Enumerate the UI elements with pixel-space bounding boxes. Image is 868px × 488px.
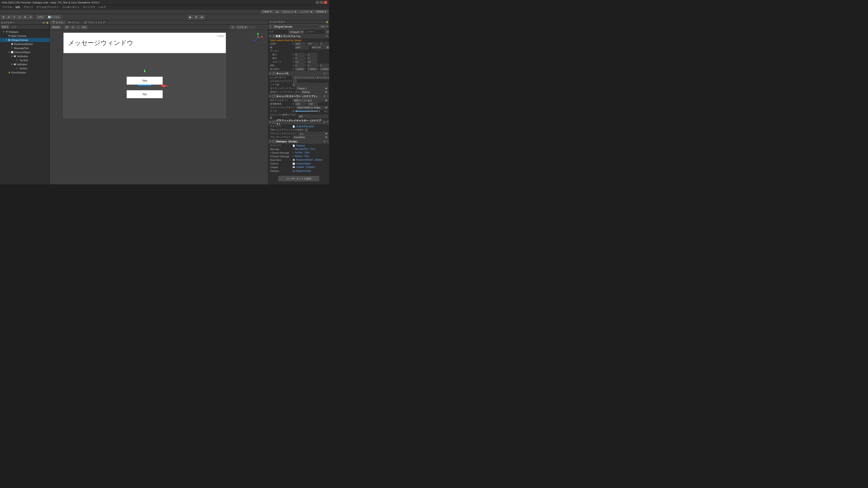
render-mode-select[interactable]: スクリーンスペース - オーバーレイ	[292, 76, 329, 79]
hierarchy-scroll-right[interactable]: ▶	[44, 22, 46, 24]
anchor-max-y[interactable]	[307, 57, 317, 60]
tab-scene[interactable]: 🎬 シーン	[50, 20, 66, 25]
layer-button[interactable]: レイヤー ▼	[299, 10, 314, 13]
anchor-min-y[interactable]	[307, 53, 317, 56]
dialogue-field-link[interactable]: 🖼 DilogueCanvas	[292, 170, 328, 172]
rot-x[interactable]	[295, 64, 305, 67]
width-field[interactable]	[295, 46, 309, 49]
pos-x-field[interactable]	[295, 42, 305, 45]
list-item[interactable]: ▼ ⬜ ChoicesObject	[0, 50, 50, 54]
collab-button[interactable]: Collab ▼	[261, 10, 274, 13]
read-more-link[interactable]: 🔲 ReadmoreButton（Button）	[292, 158, 328, 162]
close-button[interactable]: ✕	[324, 1, 327, 4]
hierarchy-lock[interactable]: 🔒	[46, 22, 49, 24]
canvas-scaler-menu[interactable]: ⚙	[323, 95, 326, 97]
graphic-raycaster-header[interactable]: ▼ ✓ グラフィックレイキャスター（スクリプト） ⚙ ?	[268, 120, 329, 125]
effects-button[interactable]: ⊕ 0	[81, 25, 87, 29]
scale-y[interactable]	[307, 68, 317, 71]
no-button[interactable]: No	[127, 90, 163, 98]
raycaster-menu[interactable]: ⚙	[323, 121, 326, 123]
menu-component[interactable]: コンポーネント	[61, 5, 81, 9]
tool-rect[interactable]: ⊠	[23, 15, 28, 20]
dialogue-checkbox[interactable]: ✓	[273, 140, 275, 143]
list-item[interactable]: 📷 Main Camera	[0, 34, 50, 38]
raycaster-help[interactable]: ?	[326, 121, 328, 123]
list-item[interactable]: T YesText	[0, 58, 50, 62]
canvas-scaler-checkbox[interactable]: ✓	[273, 95, 275, 98]
menu-file[interactable]: ファイル	[1, 5, 13, 9]
ref-x-field[interactable]	[295, 102, 305, 105]
ui-scale-select[interactable]: 画面サイズに拡大	[292, 99, 328, 102]
tool-scale[interactable]: ⊡	[17, 15, 22, 20]
screen-match-select[interactable]: Match Width Or Height	[296, 106, 328, 109]
audio-button[interactable]: ♪	[76, 25, 80, 29]
add-component-button[interactable]: コンポーネントを追加	[278, 176, 319, 181]
layer-select[interactable]: UI	[325, 30, 329, 34]
pos-y-field[interactable]	[307, 42, 317, 45]
menu-edit[interactable]: 編集	[14, 5, 22, 9]
list-item[interactable]: 🔲 ReadmoreButton	[0, 42, 50, 46]
layout-button[interactable]: Default ▼	[315, 10, 328, 13]
anchor-max-x[interactable]	[295, 57, 305, 60]
massage-link[interactable]: T MassageText（Text）	[292, 148, 328, 151]
anchor-btn[interactable]: ⊞	[326, 46, 329, 49]
blocking-mask-select[interactable]: Everything	[292, 135, 328, 139]
tool-hand[interactable]: ✥	[1, 15, 6, 20]
add-shader-select[interactable]: Nothing	[301, 90, 328, 94]
menu-gameobject[interactable]: ゲームオブジェクト	[35, 5, 60, 9]
rot-y[interactable]	[307, 64, 317, 67]
close-view-button[interactable]: ✕	[230, 25, 235, 29]
hierarchy-search-input[interactable]	[10, 26, 49, 29]
rect-transform-menu[interactable]: ⚙	[326, 35, 328, 37]
pos-z-field[interactable]	[320, 42, 329, 45]
sort-order-field[interactable]	[292, 83, 328, 86]
pixel-perfect-checkbox[interactable]	[293, 80, 296, 83]
pivot-y[interactable]	[307, 60, 317, 64]
center-button[interactable]: ⊙ 中心	[36, 15, 45, 20]
menu-window[interactable]: ウィンドウ	[81, 5, 96, 9]
static-label[interactable]: 静的 ▼	[321, 25, 328, 28]
canvas-scaler-header[interactable]: ▼ ✓ キャンバススケーラー（スクリプト） ⚙ ?	[268, 94, 329, 98]
menu-help[interactable]: ヘルプ	[97, 5, 107, 9]
scale-z[interactable]	[320, 68, 329, 71]
target-display-select[interactable]: Display 1	[296, 87, 328, 90]
list-item[interactable]: T NoText	[0, 66, 50, 70]
rect-transform-header[interactable]: ▼ ⊡ 矩形トランスフォーム ⚙	[268, 34, 329, 38]
scale-x[interactable]	[295, 68, 305, 71]
canvas-enable-checkbox[interactable]: ✓	[273, 72, 275, 75]
inspector-lock-icon[interactable]: 🔒	[326, 21, 328, 23]
menu-assets[interactable]: アセット	[22, 5, 35, 9]
dialogue-menu[interactable]: ⚙	[323, 140, 326, 142]
tag-select[interactable]: Untagged	[288, 30, 304, 34]
tool-move[interactable]: ⊕	[6, 15, 11, 20]
tab-asset-store[interactable]: 🛒 アセットストア	[82, 20, 108, 25]
match-slider[interactable]	[296, 111, 318, 111]
choices-link[interactable]: ⬜ ChoicesObject	[292, 162, 328, 165]
gizmos-dropdown[interactable]: キズモ ▼	[236, 25, 248, 29]
list-item[interactable]: ▼ 🔲 YesButton	[0, 54, 50, 58]
canvas-header[interactable]: ▼ ✓ キャンバス ⚙ ?	[268, 71, 329, 76]
step-button[interactable]: ⏭	[199, 15, 205, 20]
list-item[interactable]: ⚡ EventSystem	[0, 70, 50, 74]
ignore-reversed-checkbox[interactable]: ✓	[305, 129, 308, 131]
pivot-x[interactable]	[295, 60, 305, 64]
dialogue-header[interactable]: ▼ ✓ Dialogue（Script） ⚙ ?	[268, 139, 329, 144]
shaded-dropdown[interactable]: Shaded	[51, 25, 61, 29]
dialogue-help[interactable]: ?	[326, 140, 328, 142]
pause-button[interactable]: ⏸	[193, 15, 199, 20]
scene-view[interactable]: メッセージウィンドウ < Back Yes	[50, 30, 268, 184]
canvas-menu[interactable]: ⚙	[323, 72, 326, 74]
ref-y-field[interactable]	[308, 102, 318, 105]
cloud-button[interactable]: ☁	[274, 10, 280, 13]
play-button[interactable]: ▶	[188, 15, 193, 20]
list-item[interactable]: T MassageText	[0, 46, 50, 50]
lights-button[interactable]: ☀	[70, 25, 75, 29]
minimize-button[interactable]: ─	[315, 1, 319, 4]
chapter-link[interactable]: 📖 Chapter（Chapter）	[292, 166, 328, 169]
hierarchy-scroll-left[interactable]: ◀	[42, 22, 43, 24]
canvas-help[interactable]: ?	[326, 72, 328, 74]
pixels-per-unit-field[interactable]	[298, 115, 328, 118]
2d-button[interactable]: 2D	[64, 25, 70, 29]
object-active-checkbox[interactable]: ✓	[269, 25, 272, 28]
blocking-objects-select[interactable]: なし	[298, 132, 328, 135]
